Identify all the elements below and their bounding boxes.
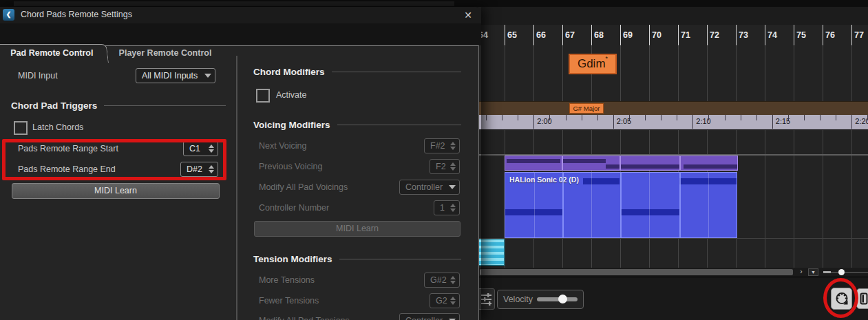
voicing-modifiers-header: Voicing Modifiers (253, 120, 461, 130)
bar-number: 77 (854, 30, 864, 40)
grid-line (794, 46, 794, 268)
tab-pad-remote-control[interactable]: Pad Remote Control (0, 44, 109, 63)
range-end-spinner[interactable]: D#2 (180, 162, 218, 177)
time-minor-tick (629, 115, 630, 120)
dialog-title-bar[interactable]: ❮ Chord Pads Remote Settings ✕ (0, 7, 481, 23)
bar-number: 69 (623, 30, 633, 40)
bar-number: 72 (710, 30, 719, 40)
midi-note (563, 159, 606, 163)
clip-divider (562, 173, 564, 237)
time-minor-tick (597, 115, 598, 120)
spinner-arrows-icon (450, 142, 456, 150)
time-minor-tick (582, 115, 582, 120)
more-tensions-spinner: G#2 (424, 273, 460, 288)
partial-toolbar-button[interactable] (856, 288, 868, 309)
clip-bar-line (591, 173, 592, 237)
clip-bar-line (534, 173, 535, 237)
controller-number-spinner: 1 (434, 200, 460, 215)
time-minor-tick (518, 115, 518, 120)
zoom-slider-track[interactable] (831, 272, 868, 273)
activate-checkbox[interactable] (256, 89, 270, 103)
controller-lanes-icon (481, 293, 492, 306)
velocity-control[interactable]: Velocity (497, 290, 584, 309)
time-minor-tick (549, 115, 550, 120)
grid-line (851, 46, 852, 268)
time-major-tick (533, 115, 534, 129)
time-label: 2:20 (855, 117, 868, 125)
midi-note (606, 164, 620, 169)
tension-modifiers-header: Tension Modifiers (253, 254, 461, 264)
midi-din-icon (834, 291, 849, 306)
spinner-arrows-icon[interactable] (209, 145, 214, 153)
bar-tick (649, 25, 650, 45)
bar-number: 74 (768, 30, 777, 40)
bar-tick (851, 25, 852, 45)
midi-clip-purple[interactable] (680, 156, 738, 171)
bar-tick (678, 25, 679, 45)
bar-tick (707, 25, 708, 45)
midi-learn-button[interactable]: MIDI Learn (12, 183, 220, 199)
range-start-spinner[interactable]: C1 (183, 141, 218, 156)
bar-tick (736, 25, 737, 45)
midi-clip-purple[interactable] (562, 156, 620, 171)
time-major-tick (772, 115, 773, 129)
range-end-value: D#2 (187, 164, 202, 174)
bar-number: 68 (594, 30, 604, 40)
chord-pad-triggers-header: Chord Pad Triggers (11, 100, 226, 111)
spinner-arrows-icon (450, 297, 456, 305)
time-major-tick (613, 115, 614, 129)
velocity-slider-knob[interactable] (558, 295, 567, 303)
tab-player-remote-control[interactable]: Player Remote Control (110, 45, 220, 62)
velocity-slider-track[interactable] (537, 297, 578, 301)
audio-clip-cyan[interactable] (478, 239, 505, 266)
spinner-arrows-icon[interactable] (209, 165, 214, 173)
midi-clip-purple[interactable] (620, 156, 680, 171)
bar-tick (562, 25, 563, 45)
time-minor-tick (566, 115, 567, 120)
chevron-down-icon (204, 74, 211, 78)
range-end-label: Pads Remote Range End (18, 162, 116, 177)
time-minor-tick (708, 115, 709, 120)
activate-label: Activate (276, 87, 306, 103)
chord-track-strip (478, 101, 868, 116)
clip-divider (620, 173, 622, 237)
scrollbar-thumb[interactable] (480, 269, 793, 275)
close-icon[interactable]: ✕ (462, 9, 474, 21)
window-top-strip-highlight (14, 1, 454, 6)
zoom-out-icon[interactable] (823, 271, 831, 273)
time-minor-tick (804, 115, 805, 120)
grid-line (765, 46, 765, 268)
bar-tick (620, 25, 621, 45)
clip-bar-line (708, 173, 709, 237)
chord-event-gdim[interactable]: Gdim* (569, 54, 617, 74)
chord-marker-event[interactable]: G# Major (569, 103, 604, 114)
midi-input-dropdown[interactable]: All MIDI Inputs (136, 68, 215, 83)
midi-clip-halion[interactable]: HALion Sonic 02 (D) (505, 172, 737, 238)
bar-tick (823, 25, 823, 45)
fewer-tensions-spinner: G2 (430, 293, 460, 308)
midi-clip-purple[interactable] (505, 156, 562, 171)
midi-input-activity-button[interactable] (831, 288, 852, 310)
dialog-tab-strip: Pad Remote Control Player Remote Control (0, 23, 481, 45)
chord-event-label: Gdim (578, 57, 606, 70)
midi-note (507, 159, 561, 163)
dialog-content-panel: MIDI Input All MIDI Inputs Chord Pad Tri… (0, 45, 479, 320)
previous-voicing-label: Previous Voicing (259, 159, 322, 174)
spinner-arrows-icon (450, 162, 456, 171)
next-voicing-label: Next Voicing (259, 138, 306, 153)
clip-bar-line (649, 173, 650, 237)
modify-voicings-label: Modify All Pad Voicings (259, 180, 348, 195)
bar-number: 73 (739, 30, 748, 40)
midi-clip-title: HALion Sonic 02 (D) (509, 175, 579, 184)
time-major-tick (692, 115, 693, 129)
time-minor-tick (502, 115, 502, 120)
scroll-options-icon[interactable]: ▼ (808, 268, 818, 276)
latch-chords-checkbox[interactable] (14, 121, 28, 135)
spinner-arrows-icon (450, 204, 456, 212)
zoom-slider-knob[interactable] (838, 269, 845, 275)
column-divider (236, 56, 237, 320)
track-separator-lower (478, 238, 868, 239)
bar-tick (765, 25, 765, 45)
bar-number: 70 (652, 30, 661, 40)
scroll-right-icon[interactable]: › (796, 268, 806, 276)
